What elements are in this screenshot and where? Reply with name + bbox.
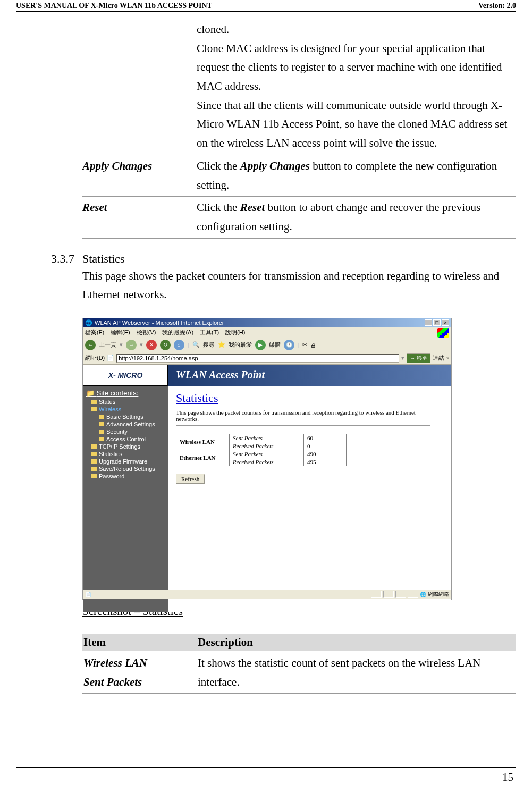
page-number: 15 xyxy=(502,771,513,784)
sidebar-item-status[interactable]: Status xyxy=(84,398,167,406)
menu-edit[interactable]: 編輯(E) xyxy=(111,329,130,336)
address-input[interactable]: http://192.168.1.254/home.asp xyxy=(116,354,399,363)
address-label: 網址(D) xyxy=(85,354,105,362)
wlan-recv-label: Received Packets xyxy=(230,442,304,450)
mail-icon[interactable]: ✉ xyxy=(302,341,307,348)
menu-help[interactable]: 說明(H) xyxy=(225,329,245,336)
go-button[interactable]: → 移至 xyxy=(407,353,430,363)
desc-head-item: Item xyxy=(82,634,197,652)
stop-button[interactable]: ✕ xyxy=(146,340,157,350)
maximize-button[interactable]: □ xyxy=(433,319,441,326)
reset-label: Reset xyxy=(82,197,197,238)
footer-rule xyxy=(16,767,516,768)
internet-zone-icon: 🌐 xyxy=(420,592,426,597)
elan-recv-label: Received Packets xyxy=(230,458,304,466)
statistics-screenshot: 🌐 WLAN AP Webserver - Microsoft Internet… xyxy=(82,318,452,600)
window-title: WLAN AP Webserver - Microsoft Internet E… xyxy=(95,319,224,326)
folder-icon xyxy=(99,415,104,419)
stats-heading: Statistics xyxy=(176,391,443,405)
windows-logo-icon xyxy=(437,328,449,338)
header-right: Version: 2.0 xyxy=(478,2,516,10)
sidebar-item-advanced[interactable]: Advanced Settings xyxy=(84,420,167,428)
mac-clone-description: cloned. Clone MAC address is designed fo… xyxy=(197,20,516,155)
sidebar-title: 📁 Site contents: xyxy=(84,388,167,398)
section-number: 3.3.7 xyxy=(16,252,82,305)
elan-recv-value: 495 xyxy=(304,458,347,466)
links-label[interactable]: 連結 xyxy=(433,354,444,362)
folder-icon xyxy=(91,474,97,478)
page-icon: 📄 xyxy=(107,355,114,361)
print-icon[interactable]: 🖨 xyxy=(310,342,316,348)
sidebar-item-save[interactable]: Save/Reload Settings xyxy=(84,465,167,473)
search-label[interactable]: 搜尋 xyxy=(203,341,215,349)
home-button[interactable]: ⌂ xyxy=(174,340,184,350)
back-button[interactable]: ← xyxy=(85,340,96,350)
folder-icon xyxy=(91,407,97,411)
page-banner-title: WLAN Access Point xyxy=(168,365,451,386)
search-icon[interactable]: 🔍 xyxy=(192,341,200,348)
status-segment xyxy=(383,591,394,598)
status-segment xyxy=(371,591,382,598)
internet-zone-label: 網際網路 xyxy=(428,591,449,598)
back-label[interactable]: 上一頁 xyxy=(99,341,116,349)
desc-head-description: Description xyxy=(197,634,516,652)
menu-view[interactable]: 檢視(V) xyxy=(137,329,156,336)
xmicro-logo: X- MICRO xyxy=(83,365,168,386)
wlan-recv-value: 0 xyxy=(304,442,347,450)
ie-icon: 🌐 xyxy=(85,319,92,326)
menu-file[interactable]: 檔案(F) xyxy=(85,329,104,336)
media-label[interactable]: 媒體 xyxy=(269,341,281,349)
folder-icon xyxy=(91,459,97,464)
close-button[interactable]: × xyxy=(442,319,449,326)
favorites-icon[interactable]: ⭐ xyxy=(218,341,225,348)
sidebar-item-wireless[interactable]: Wireless xyxy=(84,406,167,413)
wlan-sent-value: 60 xyxy=(304,434,347,442)
apply-changes-label: Apply Changes xyxy=(82,155,197,197)
refresh-button[interactable]: Refresh xyxy=(176,474,205,484)
header-left: USER'S MANUAL OF X-Micro WLAN 11b ACCESS… xyxy=(16,2,212,10)
folder-icon xyxy=(99,430,104,434)
elan-sent-label: Sent Packets xyxy=(230,450,304,458)
menu-favorites[interactable]: 我的最愛(A) xyxy=(162,329,193,336)
reset-desc: Click the Reset button to abort change a… xyxy=(197,197,516,238)
minimize-button[interactable]: _ xyxy=(425,319,432,326)
sidebar-item-security[interactable]: Security xyxy=(84,428,167,435)
sidebar-item-access[interactable]: Access Control xyxy=(84,435,167,443)
sidebar-item-statistics[interactable]: Statistics xyxy=(84,450,167,458)
sidebar-item-tcpip[interactable]: TCP/IP Settings xyxy=(84,443,167,450)
history-button[interactable]: 🕐 xyxy=(284,340,294,350)
folder-icon xyxy=(91,400,97,404)
refresh-button[interactable]: ↻ xyxy=(160,340,171,350)
desc-row-item: Wireless LAN Sent Packets xyxy=(82,651,197,693)
section-text: This page shows the packet counters for … xyxy=(82,267,516,305)
folder-icon xyxy=(91,444,97,449)
statusbar-page-icon: 📄 xyxy=(85,592,91,597)
stats-table: Wireless LAN Sent Packets 60 Received Pa… xyxy=(176,434,347,466)
desc-row-description: It shows the statistic count of sent pac… xyxy=(197,651,516,693)
folder-icon xyxy=(99,437,104,441)
sidebar-item-password[interactable]: Password xyxy=(84,473,167,480)
apply-changes-desc: Click the Apply Changes button to comple… xyxy=(197,155,516,197)
wlan-group-cell: Wireless LAN xyxy=(176,434,230,450)
wlan-sent-label: Sent Packets xyxy=(230,434,304,442)
section-title: Statistics xyxy=(82,252,516,266)
sidebar-item-basic[interactable]: Basic Settings xyxy=(84,413,167,420)
elan-group-cell: Ethernet LAN xyxy=(176,450,230,466)
favorites-label[interactable]: 我的最愛 xyxy=(229,341,252,349)
stats-description: This page shows the packet counters for … xyxy=(176,409,430,426)
folder-icon xyxy=(91,452,97,456)
elan-sent-value: 490 xyxy=(304,450,347,458)
media-button[interactable]: ▶ xyxy=(255,340,266,350)
menu-tools[interactable]: 工具(T) xyxy=(200,329,219,336)
folder-icon xyxy=(99,422,104,426)
sidebar-item-upgrade[interactable]: Upgrade Firmware xyxy=(84,458,167,465)
forward-button[interactable]: → xyxy=(126,340,137,350)
folder-icon xyxy=(91,467,97,471)
status-segment xyxy=(395,591,406,598)
status-segment xyxy=(408,591,418,598)
